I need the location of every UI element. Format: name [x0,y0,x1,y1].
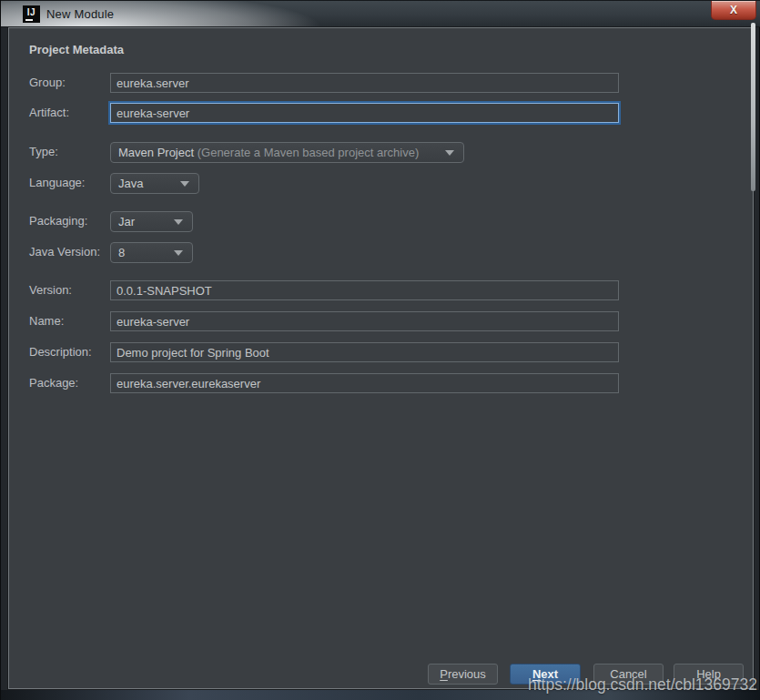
title-bar[interactable]: IJ New Module X [1,0,760,27]
form-row-description: Description: [9,342,753,363]
packaging-select-value: Jar [118,215,135,228]
description-label: Description: [29,342,92,362]
window-title: New Module [46,7,114,21]
next-button[interactable]: Next [510,664,581,685]
intellij-logo-icon: IJ [23,5,40,23]
version-label: Version: [29,280,72,300]
chevron-down-icon [180,181,189,187]
java-version-select-value: 8 [118,246,125,259]
group-label: Group: [29,73,66,93]
name-label: Name: [29,311,64,331]
section-title: Project Metadata [29,43,124,56]
previous-button[interactable]: Previous [428,664,498,685]
previous-button-label: revious [448,667,486,681]
next-button-label: ext [541,667,558,681]
chevron-down-icon [174,219,183,225]
form-row-packaging: Packaging: Jar [9,211,753,232]
java-version-label: Java Version: [29,242,100,262]
form-row-group: Group: [9,73,753,94]
chevron-down-icon [445,150,454,156]
description-input[interactable] [110,342,619,362]
type-label: Type: [29,142,58,162]
form-row-language: Language: Java [9,173,753,194]
vertical-scrollbar-thumb[interactable] [751,23,755,191]
type-select-hint: (Generate a Maven based project archive) [194,146,419,159]
language-select[interactable]: Java [110,173,199,194]
close-button[interactable]: X [711,1,756,20]
version-input[interactable] [110,280,619,300]
form-row-package: Package: [9,373,753,394]
form-row-version: Version: [9,280,753,301]
form-row-java-version: Java Version: 8 [9,242,753,263]
packaging-label: Packaging: [29,211,87,231]
package-label: Package: [29,373,78,393]
artifact-input[interactable] [110,103,619,123]
dialog-content: Project Metadata Group: Artifact: Type: … [8,27,754,689]
java-version-select[interactable]: 8 [110,242,193,263]
group-input[interactable] [110,73,619,93]
packaging-select[interactable]: Jar [110,211,193,232]
window-bottom-frame [1,690,760,700]
help-button[interactable]: Help [674,664,744,685]
type-select[interactable]: Maven Project (Generate a Maven based pr… [110,142,464,163]
language-select-value: Java [118,177,143,190]
type-select-value: Maven Project [118,146,194,159]
form-row-type: Type: Maven Project (Generate a Maven ba… [9,142,753,163]
language-label: Language: [29,173,85,193]
cancel-button[interactable]: Cancel [593,664,664,685]
form-row-name: Name: [9,311,753,332]
name-input[interactable] [110,311,619,331]
artifact-label: Artifact: [29,103,69,123]
form-row-artifact: Artifact: [9,103,753,124]
next-button-mnemonic: N [532,667,541,681]
package-input[interactable] [110,373,619,393]
chevron-down-icon [174,250,183,256]
previous-button-mnemonic: P [440,667,448,681]
new-module-dialog: IJ New Module X Project Metadata Group: … [0,0,760,700]
